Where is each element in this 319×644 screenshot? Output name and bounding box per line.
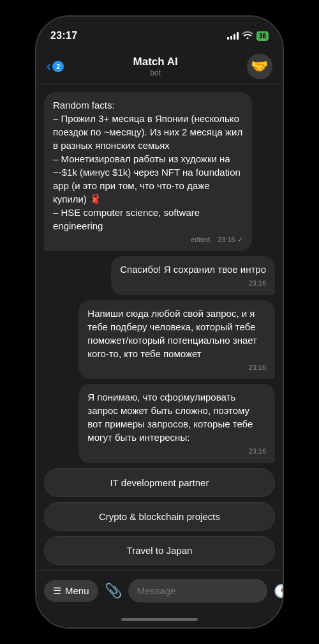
message-time: 23:16: [248, 279, 266, 288]
signal-icon: [227, 32, 239, 40]
back-button[interactable]: ‹ 2: [47, 59, 64, 73]
attach-icon[interactable]: 📎: [105, 583, 122, 599]
message-bubble-outgoing: Я понимаю, что сформулировать запрос мож…: [78, 384, 275, 463]
quick-reply-travel-japan[interactable]: Travel to Japan: [44, 536, 275, 565]
wifi-icon: [242, 31, 253, 41]
edited-label: edited: [191, 235, 210, 245]
battery-indicator: 36: [256, 31, 269, 41]
chat-title: Match AI: [133, 56, 178, 68]
message-bubble-outgoing: Напиши сюда любой свой запрос, и я тебе …: [78, 300, 275, 379]
message-text: Random facts:– Прожил 3+ месяца в Японии…: [53, 100, 242, 231]
header-center: Match AI bot: [133, 56, 178, 77]
message-text: Напиши сюда любой свой запрос, и я тебе …: [87, 308, 257, 359]
status-bar: 23:17 36: [36, 17, 283, 49]
back-badge-count: 2: [52, 61, 64, 72]
message-bubble-incoming: Random facts:– Прожил 3+ месяца в Японии…: [44, 92, 252, 251]
back-chevron-icon: ‹: [47, 59, 51, 73]
status-icons: 36: [227, 31, 269, 41]
message-text: Спасибо! Я сохранил твое интро: [120, 264, 266, 275]
home-indicator: [36, 611, 283, 627]
chat-subtitle: bot: [133, 68, 178, 77]
chat-area: Random facts:– Прожил 3+ месяца в Японии…: [36, 84, 283, 570]
status-time: 23:17: [50, 30, 77, 42]
message-time: 23:16: [248, 363, 266, 372]
chat-header: ‹ 2 Match AI bot 🤝: [36, 49, 283, 84]
avatar-emoji: 🤝: [251, 58, 268, 75]
quick-reply-crypto[interactable]: Crypto & blockchain projects: [44, 502, 275, 531]
message-time: 23:16 ✓: [218, 235, 243, 245]
message-bubble-outgoing: Спасибо! Я сохранил твое интро 23:16: [111, 256, 275, 295]
menu-label: Menu: [65, 585, 89, 596]
avatar[interactable]: 🤝: [247, 54, 272, 79]
menu-button[interactable]: ☰ Menu: [44, 580, 98, 602]
message-text: Я понимаю, что сформулировать запрос мож…: [87, 392, 253, 443]
quick-reply-it-development[interactable]: IT development partner: [44, 468, 275, 497]
message-time: 23:16: [248, 447, 266, 456]
clock-icon[interactable]: 🕐: [274, 583, 284, 599]
menu-icon: ☰: [53, 585, 61, 597]
input-right-icons: 🕐 🎤: [274, 583, 284, 599]
message-input[interactable]: [128, 579, 267, 602]
phone-frame: 23:17 36 ‹ 2 Match AI: [35, 15, 284, 629]
input-bar: ☰ Menu 📎 🕐 🎤: [36, 570, 283, 611]
home-bar: [121, 618, 198, 621]
